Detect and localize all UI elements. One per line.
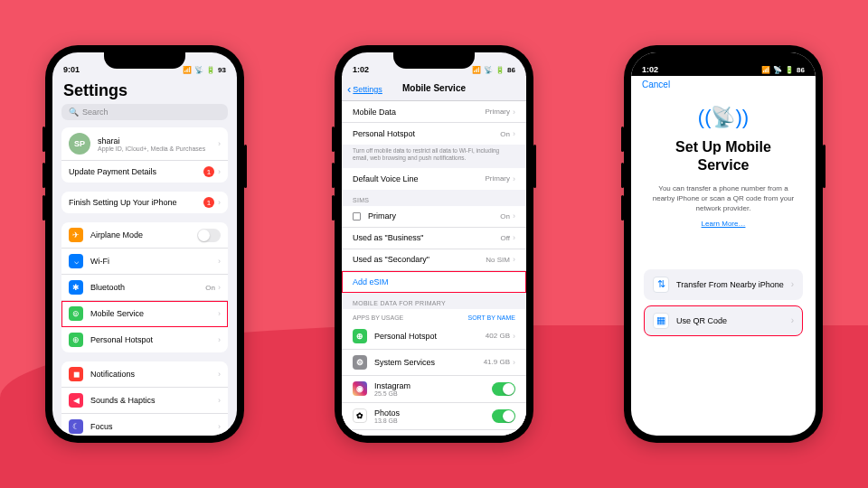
badge: 1 [203, 166, 214, 177]
wifi-row[interactable]: ⌵ Wi-Fi › [61, 249, 228, 275]
status-time: 1:02 [642, 65, 658, 74]
chevron-right-icon: › [513, 358, 515, 367]
hotspot-icon: ⊕ [353, 329, 367, 343]
antenna-icon: ⊚ [69, 306, 83, 321]
phone-mobile-service: 1:02 📶📡🔋86 Settings Mobile Service Mobil… [335, 45, 533, 443]
instagram-icon: ◉ [353, 381, 367, 396]
notifications-row[interactable]: ◼︎ Notifications › [61, 361, 228, 388]
status-icons: 📶📡🔋86 [472, 66, 515, 74]
hotspot-icon: ⊕ [69, 333, 83, 347]
chevron-right-icon: › [513, 108, 515, 117]
moon-icon: ☾ [69, 419, 83, 434]
sort-by-name-button[interactable]: SORT BY NAME [467, 314, 515, 321]
chevron-right-icon: › [218, 309, 221, 318]
page-title: Settings [52, 76, 237, 104]
section-footer: Turn off mobile data to restrict all dat… [342, 145, 526, 168]
airplane-icon: ✈︎ [69, 228, 83, 242]
sim-business-row[interactable]: Used as "Business" Off › [342, 228, 526, 249]
status-icons: 📶📡🔋93 [183, 66, 226, 74]
antenna-icon: ((📡)) [698, 106, 749, 129]
add-esim-row[interactable]: Add eSIM [342, 271, 526, 293]
cancel-button[interactable]: Cancel [631, 76, 816, 89]
avatar: SP [69, 133, 90, 155]
instagram-toggle[interactable] [492, 382, 515, 396]
chevron-right-icon: › [513, 211, 515, 221]
back-button[interactable]: Settings [347, 81, 382, 95]
sim-primary-row[interactable]: Primary On › [342, 206, 526, 228]
learn-more-link[interactable]: Learn More… [649, 220, 797, 228]
sim-icon [353, 212, 361, 221]
chevron-right-icon: › [218, 198, 221, 207]
account-name: sharai [98, 136, 218, 145]
apple-id-row[interactable]: SP sharai Apple ID, iCloud+, Media & Pur… [61, 127, 228, 161]
airplane-toggle[interactable] [197, 229, 221, 242]
chevron-right-icon: › [513, 233, 515, 242]
search-icon: 🔍 [69, 108, 79, 117]
chevron-right-icon: › [791, 315, 794, 325]
app-hotspot-row[interactable]: ⊕ Personal Hotspot 402 GB › [342, 324, 526, 350]
chevron-right-icon: › [791, 279, 794, 289]
app-instagram-row[interactable]: ◉ Instagram 25.5 GB [342, 376, 526, 403]
search-input[interactable]: 🔍 Search [61, 104, 228, 120]
app-photos-row[interactable]: ✿ Photos 13.8 GB [342, 403, 526, 430]
status-time: 9:01 [63, 65, 80, 74]
app-prime-row[interactable]: ▶︎ Prime Video [342, 430, 526, 436]
transfer-icon: ⇅ [653, 277, 669, 293]
phone-settings: 9:01 📶📡🔋93 Settings 🔍 Search SP sharai A… [45, 45, 244, 443]
use-qr-option[interactable]: ▦ Use QR Code › [644, 305, 803, 336]
bluetooth-icon: ✱ [69, 280, 83, 295]
sim-secondary-row[interactable]: Used as "Secondary" No SIM › [342, 249, 526, 271]
notch [683, 52, 764, 69]
chevron-right-icon: › [218, 396, 221, 405]
airplane-mode-row[interactable]: ✈︎ Airplane Mode [61, 222, 228, 249]
notch [393, 52, 475, 69]
chevron-right-icon: › [218, 139, 221, 148]
sims-header: SIMs [342, 190, 526, 206]
speaker-icon: ◀︎ [69, 393, 83, 408]
personal-hotspot-row[interactable]: Personal Hotspot On › [342, 123, 526, 145]
voice-line-row[interactable]: Default Voice Line Primary › [342, 168, 526, 190]
sounds-row[interactable]: ◀︎ Sounds & Haptics › [61, 388, 228, 414]
gear-icon: ⚙︎ [353, 355, 367, 370]
apps-subheader: APPS BY USAGE SORT BY NAME [342, 309, 526, 324]
photos-icon: ✿ [353, 408, 367, 423]
bluetooth-row[interactable]: ✱ Bluetooth On › [61, 275, 228, 301]
phone-setup-mobile: 1:02 📶📡🔋86 Cancel ((📡)) Set Up MobileSer… [624, 45, 823, 443]
notch [104, 52, 185, 69]
status-time: 1:02 [353, 65, 369, 74]
mobile-data-row[interactable]: Mobile Data Primary › [342, 101, 526, 123]
chevron-right-icon: › [218, 257, 221, 266]
chevron-right-icon: › [513, 332, 515, 341]
chevron-right-icon: › [218, 422, 221, 431]
alert-setup-row[interactable]: Finish Setting Up Your iPhone 1 › [61, 192, 228, 213]
app-system-row[interactable]: ⚙︎ System Services 41.9 GB › [342, 350, 526, 376]
data-header: MOBILE DATA FOR PRIMARY [342, 293, 526, 309]
nav-bar: Settings Mobile Service [342, 76, 526, 101]
search-placeholder: Search [82, 108, 108, 117]
transfer-iphone-option[interactable]: ⇅ Transfer From Nearby iPhone › [644, 269, 803, 300]
qr-icon: ▦ [653, 313, 669, 329]
status-icons: 📶📡🔋86 [761, 66, 805, 74]
chevron-right-icon: › [218, 335, 221, 344]
chevron-right-icon: › [513, 174, 515, 183]
wifi-icon: ⌵ [69, 254, 83, 268]
nav-title: Mobile Service [402, 83, 466, 93]
chevron-right-icon: › [218, 167, 221, 176]
setup-title: Set Up MobileService [649, 138, 797, 174]
chevron-right-icon: › [513, 129, 515, 138]
hotspot-row[interactable]: ⊕ Personal Hotspot › [61, 327, 228, 352]
chevron-right-icon: › [218, 370, 221, 379]
bell-icon: ◼︎ [69, 367, 83, 381]
alert-payment-row[interactable]: Update Payment Details 1 › [61, 161, 228, 183]
account-sub: Apple ID, iCloud+, Media & Purchases [98, 145, 218, 152]
focus-row[interactable]: ☾ Focus › [61, 414, 228, 436]
setup-description: You can transfer a phone number from a n… [649, 183, 797, 214]
badge: 1 [203, 197, 214, 208]
mobile-service-row[interactable]: ⊚ Mobile Service › [61, 301, 228, 327]
photos-toggle[interactable] [492, 409, 515, 423]
chevron-right-icon: › [513, 255, 515, 264]
chevron-right-icon: › [218, 283, 221, 292]
